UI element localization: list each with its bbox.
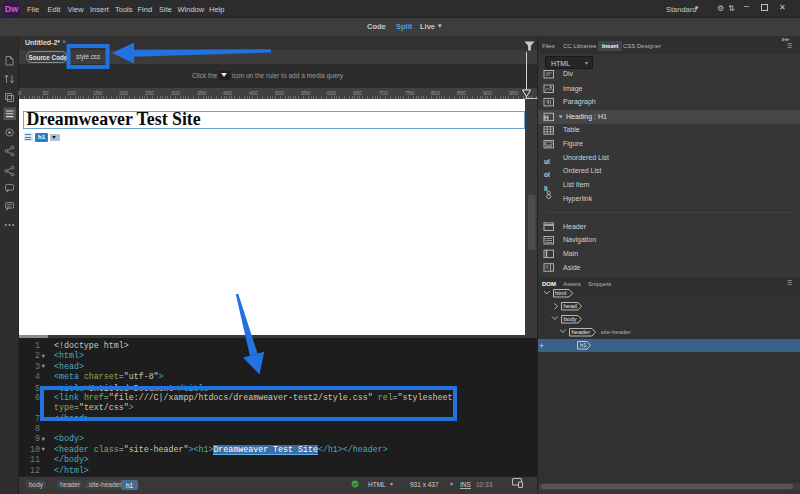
- svg-text:300: 300: [171, 90, 180, 96]
- svg-text:header: header: [572, 329, 591, 335]
- svg-text:350: 350: [197, 90, 206, 96]
- svg-text:li: li: [544, 185, 548, 192]
- svg-text:900: 900: [483, 90, 492, 96]
- svg-text:html: html: [555, 290, 566, 296]
- svg-text:700: 700: [379, 90, 388, 96]
- svg-text:ul: ul: [544, 158, 550, 165]
- svg-text:950: 950: [509, 90, 518, 96]
- svg-text:body: body: [564, 316, 577, 322]
- svg-text:200: 200: [119, 90, 128, 96]
- svg-text:.site-header: .site-header: [599, 329, 631, 335]
- svg-text:ol: ol: [544, 171, 550, 178]
- svg-text:600: 600: [327, 90, 336, 96]
- svg-text:800: 800: [431, 90, 440, 96]
- svg-text:+: +: [539, 341, 544, 351]
- svg-text:50: 50: [42, 90, 48, 96]
- svg-text:h1: h1: [580, 342, 587, 348]
- svg-text:400: 400: [223, 90, 232, 96]
- svg-text:550: 550: [301, 90, 310, 96]
- svg-text:750: 750: [405, 90, 414, 96]
- svg-text:250: 250: [145, 90, 154, 96]
- svg-text:650: 650: [353, 90, 362, 96]
- svg-text:head: head: [564, 303, 577, 309]
- svg-text:450: 450: [249, 90, 258, 96]
- svg-text:150: 150: [93, 90, 102, 96]
- svg-text:500: 500: [275, 90, 284, 96]
- svg-text:0: 0: [18, 90, 21, 96]
- svg-text:850: 850: [457, 90, 466, 96]
- svg-text:H: H: [544, 114, 549, 121]
- svg-text:100: 100: [67, 90, 76, 96]
